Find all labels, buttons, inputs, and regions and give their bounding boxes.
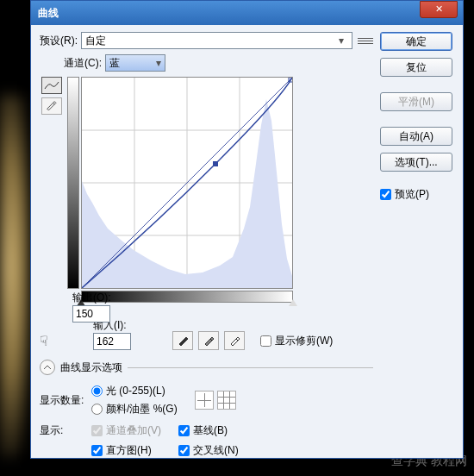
dialog-title: 曲线 (38, 6, 420, 21)
black-eyedropper[interactable] (172, 331, 193, 350)
output-gradient (67, 77, 79, 289)
eyedropper-icon (203, 335, 215, 347)
disclosure-label: 曲线显示选项 (60, 360, 122, 375)
input-gradient[interactable] (81, 291, 293, 303)
baseline-checkbox[interactable] (178, 425, 190, 436)
input-field[interactable] (93, 333, 131, 350)
gray-eyedropper[interactable] (198, 331, 219, 350)
intersection-checkbox[interactable] (178, 445, 190, 456)
light-radio-label: 光 (0-255)(L) (106, 384, 165, 398)
curve-tool-pencil[interactable] (41, 97, 62, 115)
smooth-button: 平滑(M) (380, 92, 452, 111)
channel-select[interactable]: 蓝 ▾ (105, 54, 165, 72)
curve-icon (44, 80, 59, 91)
histogram-checkbox[interactable] (91, 445, 103, 456)
display-amount-label: 显示数量: (40, 393, 91, 408)
auto-button[interactable]: 自动(A) (380, 127, 452, 146)
disclosure-toggle[interactable] (40, 360, 55, 375)
chevron-up-icon (43, 363, 52, 372)
white-point-slider[interactable] (289, 299, 297, 306)
show-label: 显示: (40, 423, 91, 438)
target-adjust-icon[interactable]: ☟ (40, 333, 64, 349)
light-radio[interactable] (91, 385, 103, 397)
grid-detailed-button[interactable] (217, 391, 236, 410)
curves-graph[interactable] (81, 77, 293, 289)
pencil-icon (46, 100, 58, 112)
eyedropper-icon (228, 335, 240, 347)
preview-checkbox[interactable] (380, 189, 391, 200)
overlay-checkbox[interactable] (91, 425, 103, 436)
show-clipping-label: 显示修剪(W) (275, 334, 333, 348)
ok-button[interactable]: 确定 (380, 32, 452, 51)
chevron-down-icon: ▾ (334, 34, 348, 47)
chevron-down-icon: ▾ (156, 57, 161, 69)
output-field[interactable] (72, 305, 110, 323)
channel-value: 蓝 (109, 56, 120, 71)
curve-point[interactable] (213, 161, 218, 166)
eyedropper-icon (177, 335, 189, 347)
curve-tool-point[interactable] (41, 77, 62, 94)
curves-dialog: 曲线 ✕ 预设(R): 自定 ▾ 通道(C): 蓝 ▾ (30, 0, 464, 459)
overlay-label: 通道叠加(V) (106, 423, 161, 438)
close-button[interactable]: ✕ (420, 1, 458, 18)
pigment-radio-label: 颜料/油墨 %(G) (106, 402, 178, 416)
histogram-label: 直方图(H) (106, 443, 152, 458)
titlebar: 曲线 ✕ (31, 1, 463, 25)
reset-button[interactable]: 复位 (380, 58, 452, 77)
preset-select[interactable]: 自定 ▾ (81, 32, 352, 49)
white-eyedropper[interactable] (224, 331, 245, 350)
show-clipping-checkbox[interactable] (260, 335, 271, 347)
preview-label: 预览(P) (395, 187, 429, 202)
preset-label: 预设(R): (40, 34, 78, 48)
grid-simple-button[interactable] (195, 391, 214, 410)
intersection-label: 交叉线(N) (193, 443, 239, 458)
options-button[interactable]: 选项(T)... (380, 153, 452, 172)
channel-label: 通道(C): (64, 56, 102, 71)
preset-value: 自定 (85, 34, 106, 48)
pigment-radio[interactable] (91, 404, 103, 415)
output-label: 输出(O): (72, 291, 111, 305)
preset-menu-icon[interactable] (358, 33, 373, 48)
baseline-label: 基线(B) (193, 423, 228, 438)
